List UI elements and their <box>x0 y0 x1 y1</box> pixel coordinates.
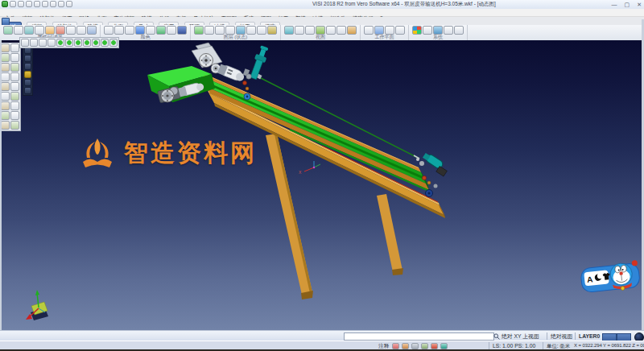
top-view-icon[interactable] <box>65 39 73 47</box>
left-view-icon[interactable] <box>101 39 109 47</box>
zoom-extents-icon[interactable] <box>421 343 428 349</box>
pan-icon[interactable] <box>316 26 325 35</box>
settings-icon[interactable] <box>444 26 453 35</box>
feed-hopper[interactable] <box>147 66 215 102</box>
workplane-xy-icon[interactable] <box>364 26 374 35</box>
system-colors-icon[interactable] <box>412 26 422 35</box>
zoom-all-icon[interactable] <box>295 26 304 35</box>
material-icon[interactable] <box>177 26 187 35</box>
stretch-icon[interactable] <box>10 82 19 91</box>
color-swap-icon[interactable] <box>146 26 155 35</box>
front-view-icon[interactable] <box>74 39 82 47</box>
previous-view-icon[interactable] <box>24 79 31 86</box>
actuator-fitting[interactable] <box>243 68 251 79</box>
delete-icon[interactable] <box>10 43 19 52</box>
wireframe-mode-icon[interactable] <box>30 39 38 47</box>
named-view-icon[interactable] <box>24 87 31 94</box>
active-layer[interactable]: LAYER0 <box>579 332 600 341</box>
support-leg-front[interactable] <box>266 134 313 299</box>
hidden-line-icon[interactable] <box>47 39 56 47</box>
zoom-extents-icon[interactable] <box>24 71 31 78</box>
layer-lock-icon[interactable] <box>267 26 277 35</box>
mid-fasteners[interactable] <box>243 81 251 101</box>
back-view-icon[interactable] <box>92 39 100 47</box>
iso-view-icon[interactable] <box>56 39 64 47</box>
visi-logo-icon[interactable] <box>2 1 8 7</box>
close-button[interactable]: ✕ <box>637 0 642 9</box>
options-icon[interactable] <box>87 26 97 35</box>
text-icon[interactable] <box>1 111 10 120</box>
grid-icon[interactable] <box>21 39 29 47</box>
open-file-icon[interactable] <box>18 1 24 7</box>
select-icon[interactable] <box>1 43 10 52</box>
shade-mode-icon[interactable] <box>336 26 346 35</box>
status-indicator-2[interactable] <box>617 333 631 341</box>
attribute-brush-icon[interactable] <box>14 26 23 35</box>
select-filter-icon[interactable] <box>3 26 13 35</box>
layer-copy-icon[interactable] <box>236 26 246 35</box>
bottom-view-icon[interactable] <box>109 39 118 47</box>
color-none-icon[interactable] <box>114 26 124 35</box>
command-input[interactable] <box>344 332 494 341</box>
dynamic-pan-icon[interactable] <box>24 55 31 62</box>
shaded-mode-icon[interactable] <box>39 39 47 47</box>
pick-color-icon[interactable] <box>66 26 76 35</box>
previous-view-icon[interactable] <box>431 343 438 349</box>
right-view-icon[interactable] <box>83 39 91 47</box>
view-mode[interactable]: 绝对视图 <box>551 332 572 341</box>
dynamic-pan-icon[interactable] <box>402 343 409 349</box>
support-leg-rear[interactable] <box>377 194 403 275</box>
magnet-icon[interactable] <box>24 26 34 35</box>
ime-toolbar[interactable]: A <box>580 259 642 295</box>
reset-filter-icon[interactable] <box>76 26 86 35</box>
rotate-icon[interactable] <box>10 63 19 72</box>
dynamic-zoom-icon[interactable] <box>411 343 419 349</box>
trim-icon[interactable] <box>1 53 10 62</box>
maximize-button[interactable]: ▢ <box>625 0 630 9</box>
database-icon[interactable] <box>433 26 443 35</box>
scale-icon[interactable] <box>1 82 10 91</box>
wire-cube-icon[interactable] <box>167 26 176 35</box>
view-orientation[interactable]: 绝对 XY 上视图 <box>502 332 539 341</box>
named-view-icon[interactable] <box>440 343 448 349</box>
fillet-icon[interactable] <box>1 92 10 101</box>
copy-icon[interactable] <box>50 1 56 7</box>
explode-icon[interactable] <box>10 121 19 130</box>
offset-icon[interactable] <box>10 72 19 81</box>
rotate-view-icon[interactable] <box>326 26 336 35</box>
workplane-align-icon[interactable] <box>374 26 384 35</box>
print-icon[interactable] <box>34 1 40 7</box>
layer-state-icon[interactable] <box>246 26 256 35</box>
status-indicator-1[interactable] <box>602 333 617 341</box>
measure-icon[interactable] <box>1 101 10 110</box>
layer-manager-icon[interactable] <box>257 26 266 35</box>
workplane-3point-icon[interactable] <box>385 26 394 35</box>
layer-off-icon[interactable] <box>215 26 225 35</box>
workplane-reset-icon[interactable] <box>395 26 405 35</box>
hatch-icon[interactable] <box>10 111 19 120</box>
color-white-icon[interactable] <box>104 26 114 35</box>
viewport-3d[interactable]: X 智造资料网 <box>0 40 644 330</box>
layer-move-icon[interactable] <box>225 26 235 35</box>
snap-icon[interactable] <box>35 26 44 35</box>
new-file-icon[interactable] <box>10 1 16 7</box>
hide-show-icon[interactable] <box>347 26 357 35</box>
move-icon[interactable] <box>1 63 10 72</box>
monitor-icon[interactable] <box>423 26 432 35</box>
break-icon[interactable] <box>10 53 19 62</box>
save-icon[interactable] <box>26 1 32 7</box>
shade-cube-icon[interactable] <box>156 26 166 35</box>
mirror-icon[interactable] <box>1 72 10 81</box>
color-blue-icon[interactable] <box>135 26 145 35</box>
dynamic-zoom-icon[interactable] <box>24 63 31 70</box>
chamfer-icon[interactable] <box>10 92 19 101</box>
zoom-window-icon[interactable] <box>284 26 294 35</box>
zoom-previous-icon[interactable] <box>305 26 315 35</box>
dynamic-rotate-icon[interactable] <box>392 343 399 349</box>
help-icon[interactable] <box>454 26 464 35</box>
layer-new-icon[interactable] <box>194 26 204 35</box>
layer-filter-icon[interactable] <box>45 26 55 35</box>
mask-icon[interactable] <box>56 26 65 35</box>
print-preview-icon[interactable] <box>42 1 48 7</box>
color-frame-icon[interactable] <box>125 26 134 35</box>
